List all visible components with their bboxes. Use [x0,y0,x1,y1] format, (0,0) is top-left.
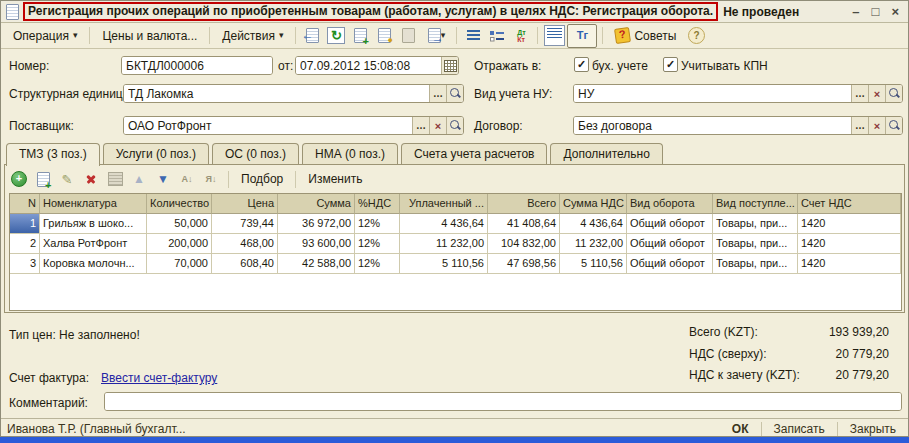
table-row[interactable]: 2Халва РотФронт200,000468,0093 600,0012%… [10,234,901,254]
postings-button[interactable]: Дт Кт [510,26,532,46]
table-cell[interactable]: 200,000 [147,234,212,254]
column-header[interactable]: Уплаченный ... [400,194,488,214]
table-cell[interactable]: Халва РотФронт [40,234,147,254]
table-row[interactable]: 1Грильяж в шоко...50,000739,4436 972,001… [10,214,901,234]
copy-document-button[interactable]: + [349,26,371,46]
close-button[interactable]: × [891,4,899,20]
table-cell[interactable]: Грильяж в шоко... [40,214,147,234]
kpn-checkbox-label[interactable]: Учитывать КПН [681,58,768,74]
tab-services[interactable]: Услуги (0 поз.) [103,143,209,164]
table-cell[interactable]: 739,44 [212,214,278,234]
kpn-checkbox[interactable]: ✓ [663,57,678,72]
table-cell[interactable]: 47 698,56 [488,254,560,274]
table-cell[interactable]: 468,00 [212,234,278,254]
refresh-button[interactable]: ↻ [325,26,347,46]
date-input[interactable] [296,57,441,74]
calendar-button[interactable] [441,57,458,74]
pick-button[interactable]: Подбор [236,172,288,186]
actions-menu-button[interactable]: Действия ▾ [215,27,290,45]
accounting-checkbox-label[interactable]: бух. учете [592,58,648,74]
goto-button[interactable]: → ▾ [421,26,451,46]
sort-asc-button[interactable]: А↓ [177,170,197,189]
table-cell[interactable]: 12% [355,234,400,254]
table-cell[interactable]: Товары, при... [713,254,798,274]
column-header[interactable]: Номенклатура [40,194,147,214]
supplier-input[interactable] [124,117,412,134]
table-cell[interactable]: 5 110,56 [560,254,627,274]
table-cell[interactable]: 1420 [798,234,901,254]
table-cell[interactable]: Товары, при... [713,214,798,234]
number-input[interactable] [122,57,272,74]
move-down-button[interactable]: ▼ [153,170,173,189]
tab-nma[interactable]: НМА (0 поз.) [302,143,398,164]
tab-accounts[interactable]: Счета учета расчетов [401,143,547,164]
table-cell[interactable]: 11 232,00 [560,234,627,254]
table-cell[interactable]: 608,40 [212,254,278,274]
nu-input[interactable] [574,85,851,102]
reread-button[interactable]: ← [301,26,323,46]
copy-row-button[interactable]: + [33,170,53,189]
report-button[interactable] [543,26,565,46]
table-cell[interactable]: 1420 [798,254,901,274]
supplier-select-button[interactable]: … [412,117,429,134]
sort-desc-button[interactable]: Я↓ [201,170,221,189]
tab-additional[interactable]: Дополнительно [550,143,662,164]
column-header[interactable]: N [10,194,40,214]
table-row[interactable]: 3Коровка молочн...70,000608,4042 588,001… [10,254,901,274]
contract-clear-button[interactable]: × [868,117,885,134]
prices-currency-button[interactable]: Цены и валюта... [95,27,204,45]
column-header[interactable]: %НДС [355,194,400,214]
column-header[interactable]: Цена [212,194,278,214]
table-cell[interactable]: 104 832,00 [488,234,560,254]
ok-button[interactable]: ОК [726,422,755,436]
delete-row-button[interactable] [81,170,101,189]
table-cell[interactable]: 70,000 [147,254,212,274]
table-cell[interactable]: 41 408,64 [488,214,560,234]
contract-open-button[interactable] [885,117,902,134]
supplier-open-button[interactable] [446,117,463,134]
unit-open-button[interactable] [446,85,463,102]
nu-select-button[interactable]: … [851,85,868,102]
table-cell[interactable]: 5 110,56 [400,254,488,274]
minimize-button[interactable]: – [852,4,859,20]
contract-select-button[interactable]: … [851,117,868,134]
table-cell[interactable]: Общий оборот [627,234,713,254]
accounting-checkbox[interactable]: ✓ [574,57,589,72]
table-cell[interactable]: 3 [10,254,40,274]
comment-input[interactable] [105,393,901,410]
operation-menu-button[interactable]: Операция ▾ [6,27,84,45]
unit-input[interactable] [124,85,429,102]
tab-os[interactable]: ОС (0 поз.) [212,143,299,164]
column-header[interactable]: Сумма НДС [560,194,627,214]
supplier-clear-button[interactable]: × [429,117,446,134]
table-cell[interactable]: 12% [355,254,400,274]
column-header[interactable]: Сумма [278,194,355,214]
fill-document-button[interactable]: ● [373,26,395,46]
column-header[interactable]: Вид оборота [627,194,713,214]
unit-select-button[interactable]: … [429,85,446,102]
nu-open-button[interactable] [885,85,902,102]
table-cell[interactable]: 36 972,00 [278,214,355,234]
table-cell[interactable]: Общий оборот [627,254,713,274]
table-cell[interactable]: 1 [10,214,40,234]
save-button[interactable]: Записать [768,422,831,436]
settings-list-button[interactable] [486,26,508,46]
maximize-button[interactable]: □ [872,4,880,20]
tab-tmz[interactable]: ТМЗ (3 поз.) [6,143,100,166]
structure-list-button[interactable] [462,26,484,46]
column-header[interactable]: Всего [488,194,560,214]
table-cell[interactable]: 4 436,64 [560,214,627,234]
table-cell[interactable]: 93 600,00 [278,234,355,254]
table-cell[interactable]: 50,000 [147,214,212,234]
column-header[interactable]: Вид поступле... [713,194,798,214]
edit-row-button[interactable]: ✎ [57,170,77,189]
column-header[interactable]: Счет НДС [798,194,901,214]
table-cell[interactable]: 1420 [798,214,901,234]
enter-invoice-link[interactable]: Ввести счет-фактуру [101,370,217,386]
tenge-toggle-button[interactable]: Тг [567,24,597,48]
table-cell[interactable]: 2 [10,234,40,254]
help-button[interactable]: ? [685,26,707,46]
contract-input[interactable] [574,117,851,134]
table-cell[interactable]: 42 588,00 [278,254,355,274]
table-cell[interactable]: 12% [355,214,400,234]
